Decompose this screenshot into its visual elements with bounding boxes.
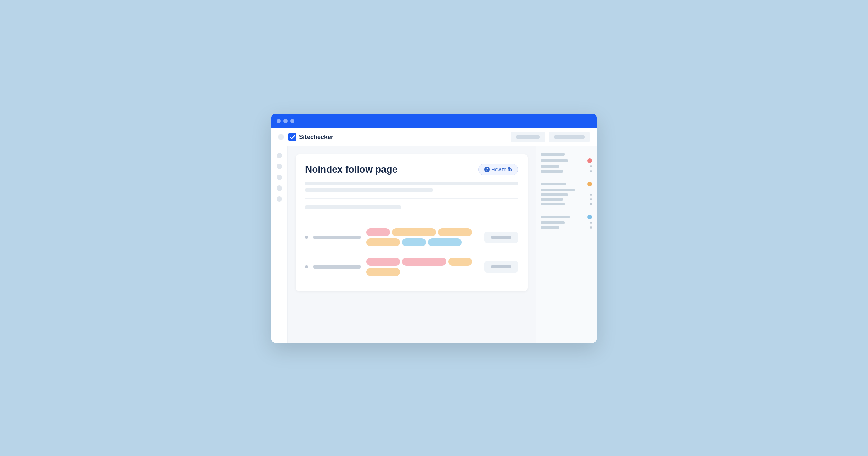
- panel-group-1: [541, 153, 592, 176]
- action-label-1: [491, 236, 511, 239]
- desc-bar-2: [305, 188, 433, 192]
- panel-bar-1: [541, 153, 565, 156]
- mini-dot-2: [590, 170, 592, 172]
- panel-bar-9: [541, 203, 565, 205]
- panel-row-5: [541, 182, 592, 186]
- panel-row-10: [541, 215, 592, 219]
- panel-row-4: [541, 170, 592, 173]
- sidebar-item-5[interactable]: [277, 196, 282, 202]
- how-to-fix-button[interactable]: ? How to fix: [478, 164, 518, 175]
- panel-bar-5: [541, 183, 566, 185]
- mini-dot-5: [590, 203, 592, 205]
- divider-1: [305, 198, 518, 199]
- sidebar-item-2[interactable]: [277, 164, 282, 169]
- tag-orange-md-1: [438, 228, 472, 236]
- browser-content: Noindex follow page ? How to fix: [271, 146, 597, 343]
- svg-rect-0: [288, 133, 296, 141]
- browser-titlebar: [271, 114, 597, 128]
- panel-row-7: [541, 193, 592, 196]
- logo-text: Sitechecker: [299, 134, 333, 141]
- panel-bar-7: [541, 193, 568, 196]
- toolbar-button-1[interactable]: [511, 132, 545, 142]
- logo-area: Sitechecker: [288, 133, 507, 141]
- toolbar-button-2[interactable]: [549, 132, 590, 142]
- row-bullet-1: [305, 236, 308, 239]
- panel-bar-2: [541, 159, 568, 162]
- panel-bar-10: [541, 216, 570, 218]
- sidebar-item-3[interactable]: [277, 175, 282, 180]
- mini-dot-4: [590, 198, 592, 200]
- traffic-light-2: [283, 119, 288, 123]
- toolbar-btn-2-label: [554, 135, 585, 139]
- panel-group-3: [541, 215, 592, 232]
- browser-toolbar: Sitechecker: [271, 128, 597, 146]
- main-content: Noindex follow page ? How to fix: [288, 146, 536, 343]
- card-header: Noindex follow page ? How to fix: [305, 164, 518, 175]
- toolbar-circle: [278, 134, 284, 140]
- panel-row-8: [541, 198, 592, 201]
- tags-area-2: [366, 258, 479, 276]
- panel-dot-orange: [587, 182, 592, 186]
- tag-pink-sm-1: [366, 228, 390, 236]
- traffic-light-3: [290, 119, 294, 123]
- desc-bar-1: [305, 182, 518, 185]
- panel-bar-3: [541, 165, 559, 168]
- panel-bar-8: [541, 198, 563, 201]
- mini-dot-3: [590, 194, 592, 196]
- content-card: Noindex follow page ? How to fix: [296, 154, 528, 291]
- panel-row-2: [541, 158, 592, 163]
- panel-row-12: [541, 226, 592, 229]
- mini-dot-6: [590, 222, 592, 224]
- panel-row-1: [541, 153, 592, 156]
- panel-row-9: [541, 203, 592, 205]
- tag-pink-md-1: [366, 258, 400, 266]
- how-to-fix-label: How to fix: [492, 167, 512, 172]
- panel-bar-4: [541, 170, 563, 173]
- action-label-2: [491, 265, 511, 268]
- panel-bar-11: [541, 221, 565, 224]
- panel-bar-6: [541, 189, 575, 191]
- tag-orange-md-3: [366, 268, 400, 276]
- traffic-light-1: [277, 119, 281, 123]
- tag-blue-sm-1: [402, 238, 426, 246]
- tag-orange-sm-1: [448, 258, 472, 266]
- row-text-2: [313, 265, 361, 269]
- row-action-2[interactable]: [484, 261, 518, 273]
- row-text-1: [313, 236, 361, 239]
- mini-dot-1: [590, 165, 592, 167]
- table-area: [305, 223, 518, 281]
- sidebar-item-1[interactable]: [277, 153, 282, 158]
- mini-dot-7: [590, 226, 592, 229]
- panel-dot-red: [587, 158, 592, 163]
- divider-2: [305, 216, 518, 216]
- sidebar: [271, 146, 288, 343]
- tags-area-1: [366, 228, 479, 246]
- panel-row-11: [541, 221, 592, 224]
- logo-icon: [288, 133, 296, 141]
- panel-row-6: [541, 189, 592, 191]
- help-icon: ?: [484, 167, 490, 172]
- tag-pink-lg-1: [402, 258, 446, 266]
- tag-blue-md-1: [428, 238, 462, 246]
- toolbar-buttons: [511, 132, 590, 142]
- panel-dot-blue: [587, 215, 592, 219]
- panel-row-3: [541, 165, 592, 168]
- panel-bar-12: [541, 226, 559, 229]
- row-bullet-2: [305, 265, 308, 268]
- right-panel: [536, 146, 597, 343]
- tag-orange-lg-1: [392, 228, 436, 236]
- table-row: [305, 252, 518, 281]
- row-action-1[interactable]: [484, 232, 518, 243]
- page-title: Noindex follow page: [305, 164, 397, 175]
- tag-orange-md-2: [366, 238, 400, 246]
- panel-group-2: [541, 182, 592, 209]
- toolbar-btn-1-label: [516, 135, 540, 139]
- filter-bar-1: [305, 205, 401, 209]
- browser-window: Sitechecker Noindex follow page: [271, 114, 597, 343]
- table-row: [305, 223, 518, 252]
- sidebar-item-4[interactable]: [277, 185, 282, 191]
